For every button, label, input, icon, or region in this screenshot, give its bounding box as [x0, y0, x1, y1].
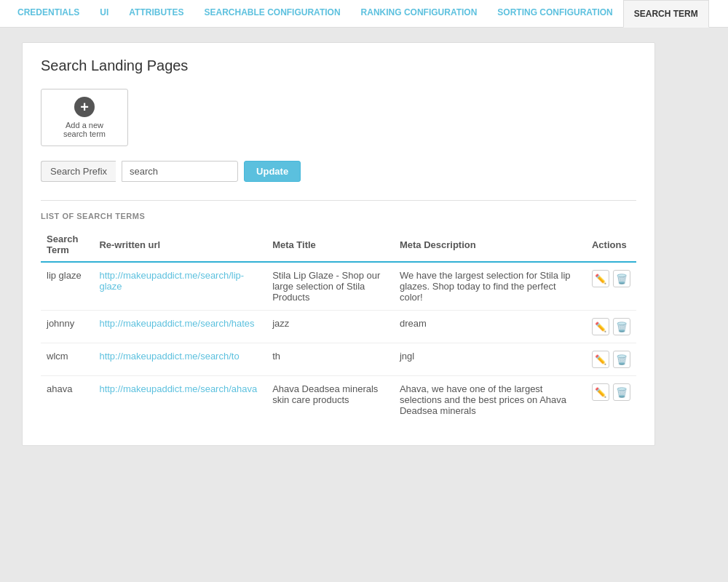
list-title: LIST OF SEARCH TERMS [41, 212, 636, 220]
actions-cell: ✏️🗑️ [586, 376, 636, 424]
actions-cell: ✏️🗑️ [586, 311, 636, 343]
table-header-search-term: Search Term [41, 229, 93, 262]
main-content: Search Landing Pages + Add a new search … [0, 28, 728, 461]
tab-ui[interactable]: UI [90, 0, 119, 27]
edit-button[interactable]: ✏️ [592, 270, 609, 287]
meta-title-cell: th [266, 343, 394, 376]
meta-description-cell: dream [394, 311, 586, 343]
meta-title-cell: Ahava Deadsea minerals skin care product… [266, 376, 394, 424]
delete-button[interactable]: 🗑️ [613, 351, 630, 368]
meta-title-cell: jazz [266, 311, 394, 343]
table-header-meta-description: Meta Description [394, 229, 586, 262]
table-row: johnnyhttp://makeupaddict.me/search/hate… [41, 311, 636, 343]
table-row: lip glazehttp://makeupaddict.me/search/l… [41, 262, 636, 311]
search-term-cell: lip glaze [41, 262, 93, 311]
search-prefix-input[interactable] [122, 161, 238, 182]
tab-attributes[interactable]: ATTRIBUTES [119, 0, 194, 27]
table-header-meta-title: Meta Title [266, 229, 394, 262]
table-header-actions: Actions [586, 229, 636, 262]
delete-button[interactable]: 🗑️ [613, 383, 630, 401]
add-term-label: Add a new search term [52, 121, 116, 138]
table-row: ahavahttp://makeupaddict.me/search/ahava… [41, 376, 636, 424]
update-button[interactable]: Update [244, 161, 301, 182]
table-header: Search TermRe-written urlMeta TitleMeta … [41, 229, 636, 262]
delete-button[interactable]: 🗑️ [613, 318, 630, 335]
search-prefix-label: Search Prefix [41, 161, 116, 182]
tab-credentials[interactable]: CREDENTIALS [7, 0, 90, 27]
edit-button[interactable]: ✏️ [592, 383, 609, 401]
url-link[interactable]: http://makeupaddict.me/search/ahava [99, 383, 257, 394]
url-cell[interactable]: http://makeupaddict.me/search/ahava [93, 376, 266, 424]
url-cell[interactable]: http://makeupaddict.me/search/to [93, 343, 266, 376]
url-link[interactable]: http://makeupaddict.me/search/hates [99, 318, 254, 329]
edit-button[interactable]: ✏️ [592, 351, 609, 368]
table-row: wlcmhttp://makeupaddict.me/search/tothjn… [41, 343, 636, 376]
search-terms-table: Search TermRe-written urlMeta TitleMeta … [41, 229, 636, 423]
meta-description-cell: jngl [394, 343, 586, 376]
divider [41, 200, 636, 201]
table-body: lip glazehttp://makeupaddict.me/search/l… [41, 262, 636, 423]
tab-ranking-configuration[interactable]: RANKING CONFIGURATION [351, 0, 488, 27]
search-term-cell: wlcm [41, 343, 93, 376]
search-term-cell: johnny [41, 311, 93, 343]
search-term-cell: ahava [41, 376, 93, 424]
table-header-re-written-url: Re-written url [93, 229, 266, 262]
delete-button[interactable]: 🗑️ [613, 270, 630, 287]
url-cell[interactable]: http://makeupaddict.me/search/hates [93, 311, 266, 343]
meta-description-cell: Ahava, we have one of the largest select… [394, 376, 586, 424]
url-link[interactable]: http://makeupaddict.me/search/lip-glaze [99, 270, 244, 292]
meta-description-cell: We have the largest selection for Stila … [394, 262, 586, 311]
search-prefix-row: Search Prefix Update [41, 161, 636, 182]
url-link[interactable]: http://makeupaddict.me/search/to [99, 351, 239, 362]
tab-searchable-configuration[interactable]: SEARCHABLE CONFIGURATION [194, 0, 350, 27]
actions-cell: ✏️🗑️ [586, 262, 636, 311]
actions-cell: ✏️🗑️ [586, 343, 636, 376]
plus-icon: + [74, 97, 95, 117]
edit-button[interactable]: ✏️ [592, 318, 609, 335]
add-search-term-button[interactable]: + Add a new search term [41, 89, 128, 146]
top-navigation: CREDENTIALSUIATTRIBUTESSEARCHABLE CONFIG… [0, 0, 728, 28]
url-cell[interactable]: http://makeupaddict.me/search/lip-glaze [93, 262, 266, 311]
panel: Search Landing Pages + Add a new search … [22, 42, 655, 446]
panel-title: Search Landing Pages [41, 57, 636, 74]
tab-sorting-configuration[interactable]: SORTING CONFIGURATION [487, 0, 622, 27]
tab-search-term[interactable]: SEARCH TERM [623, 0, 709, 28]
meta-title-cell: Stila Lip Glaze - Shop our large selecti… [266, 262, 394, 311]
